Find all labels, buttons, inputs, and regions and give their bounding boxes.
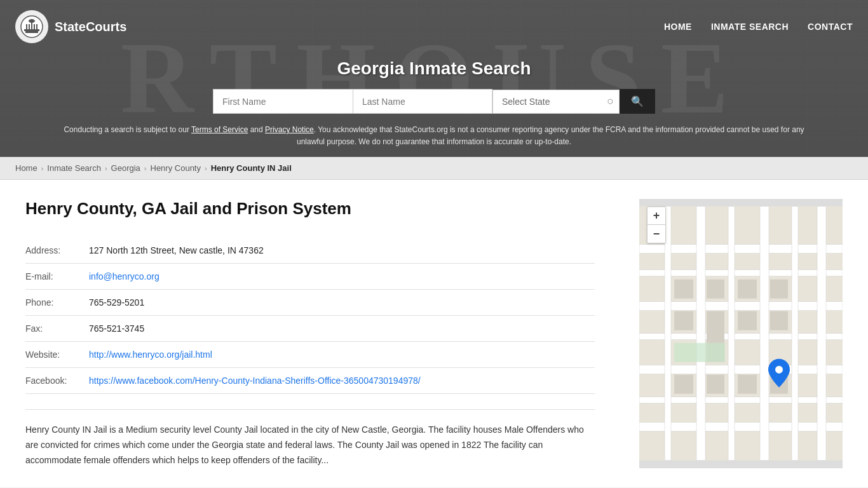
disclaimer-text-after: . You acknowledge that StateCourts.org i… bbox=[297, 125, 804, 146]
svg-rect-19 bbox=[728, 207, 735, 461]
facility-description: Henry County IN Jail is a Medium securit… bbox=[25, 409, 595, 468]
svg-rect-23 bbox=[674, 280, 693, 299]
svg-rect-29 bbox=[738, 311, 757, 330]
state-select-wrapper: Select State Alabama Alaska Georgia Indi… bbox=[492, 89, 620, 114]
map-area: + − bbox=[639, 199, 843, 468]
svg-rect-8 bbox=[36, 24, 37, 29]
breadcrumb-henry-county[interactable]: Henry County bbox=[151, 163, 201, 173]
disclaimer: Conducting a search is subject to our Te… bbox=[0, 124, 868, 157]
svg-rect-25 bbox=[738, 280, 757, 299]
fax-value: 765-521-3745 bbox=[89, 316, 595, 342]
svg-rect-6 bbox=[29, 24, 30, 29]
facebook-link[interactable]: https://www.facebook.com/Henry-County-In… bbox=[89, 376, 421, 386]
svg-rect-26 bbox=[770, 280, 788, 299]
map-zoom-in-button[interactable]: + bbox=[648, 207, 665, 225]
nav-home[interactable]: HOME bbox=[664, 22, 692, 32]
page-main-title: Georgia Inmate Search bbox=[0, 58, 868, 79]
fax-row: Fax: 765-521-3745 bbox=[25, 316, 595, 342]
svg-rect-24 bbox=[707, 280, 724, 299]
last-name-input[interactable] bbox=[353, 89, 492, 114]
svg-rect-2 bbox=[25, 31, 38, 33]
map-container: + − bbox=[639, 199, 843, 468]
site-name: StateCourts bbox=[55, 20, 126, 34]
breadcrumb-georgia[interactable]: Georgia bbox=[111, 163, 140, 173]
search-button[interactable]: 🔍 bbox=[620, 89, 655, 114]
nav-links: HOME INMATE SEARCH CONTACT bbox=[664, 22, 853, 32]
map-svg bbox=[639, 199, 843, 468]
phone-label: Phone: bbox=[25, 290, 89, 316]
svg-rect-7 bbox=[34, 24, 35, 29]
disclaimer-and: and bbox=[248, 125, 265, 134]
svg-rect-5 bbox=[26, 24, 27, 29]
map-zoom-out-button[interactable]: − bbox=[648, 225, 665, 243]
breadcrumb-sep-3: › bbox=[144, 165, 147, 172]
breadcrumb-sep-4: › bbox=[205, 165, 207, 172]
facility-info-table: Address: 127 North 12th Street, New cast… bbox=[25, 238, 595, 394]
content-left: Henry County, GA Jail and Prison System … bbox=[25, 199, 614, 468]
breadcrumb-sep-1: › bbox=[41, 165, 44, 172]
svg-rect-22 bbox=[817, 207, 826, 461]
search-bar: Select State Alabama Alaska Georgia Indi… bbox=[0, 89, 868, 124]
breadcrumb-sep-2: › bbox=[105, 165, 107, 172]
state-select[interactable]: Select State Alabama Alaska Georgia Indi… bbox=[492, 90, 620, 114]
first-name-input[interactable] bbox=[213, 89, 353, 114]
email-value: info@henryco.org bbox=[89, 264, 595, 290]
svg-rect-27 bbox=[674, 311, 693, 330]
terms-link[interactable]: Terms of Service bbox=[191, 125, 248, 134]
website-link[interactable]: http://www.henryco.org/jail.html bbox=[89, 349, 212, 360]
svg-rect-32 bbox=[707, 375, 724, 394]
svg-point-4 bbox=[29, 19, 35, 23]
privacy-link[interactable]: Privacy Notice bbox=[265, 125, 314, 134]
svg-rect-17 bbox=[665, 207, 671, 461]
search-icon: 🔍 bbox=[631, 96, 644, 107]
svg-rect-33 bbox=[738, 375, 757, 394]
site-logo-icon bbox=[15, 10, 48, 43]
svg-rect-21 bbox=[792, 207, 798, 461]
svg-rect-20 bbox=[760, 207, 769, 461]
facility-title: Henry County, GA Jail and Prison System bbox=[25, 199, 595, 219]
svg-rect-31 bbox=[674, 375, 693, 394]
svg-rect-35 bbox=[674, 343, 725, 362]
svg-rect-18 bbox=[696, 207, 705, 461]
email-link[interactable]: info@henryco.org bbox=[89, 271, 159, 281]
address-label: Address: bbox=[25, 238, 89, 264]
website-label: Website: bbox=[25, 342, 89, 368]
svg-point-37 bbox=[775, 366, 783, 374]
address-value: 127 North 12th Street, New castle, IN 47… bbox=[89, 238, 595, 264]
logo-area: StateCourts bbox=[15, 10, 126, 43]
breadcrumb: Home › Inmate Search › Georgia › Henry C… bbox=[0, 157, 868, 180]
fax-label: Fax: bbox=[25, 316, 89, 342]
facebook-row: Facebook: https://www.facebook.com/Henry… bbox=[25, 368, 595, 394]
phone-row: Phone: 765-529-5201 bbox=[25, 290, 595, 316]
facebook-label: Facebook: bbox=[25, 368, 89, 394]
email-row: E-mail: info@henryco.org bbox=[25, 264, 595, 290]
phone-value: 765-529-5201 bbox=[89, 290, 595, 316]
website-row: Website: http://www.henryco.org/jail.htm… bbox=[25, 342, 595, 368]
nav-inmate-search[interactable]: INMATE SEARCH bbox=[711, 22, 789, 32]
svg-rect-30 bbox=[770, 311, 788, 330]
website-value: http://www.henryco.org/jail.html bbox=[89, 342, 595, 368]
map-zoom-controls: + − bbox=[647, 207, 666, 243]
facebook-value: https://www.facebook.com/Henry-County-In… bbox=[89, 368, 595, 394]
nav-contact[interactable]: CONTACT bbox=[808, 22, 853, 32]
email-label: E-mail: bbox=[25, 264, 89, 290]
address-row: Address: 127 North 12th Street, New cast… bbox=[25, 238, 595, 264]
breadcrumb-home[interactable]: Home bbox=[15, 163, 37, 173]
breadcrumb-inmate-search[interactable]: Inmate Search bbox=[47, 163, 101, 173]
breadcrumb-current: Henry County IN Jail bbox=[211, 163, 292, 173]
disclaimer-text-before: Conducting a search is subject to our bbox=[64, 125, 191, 134]
svg-rect-1 bbox=[24, 29, 39, 31]
